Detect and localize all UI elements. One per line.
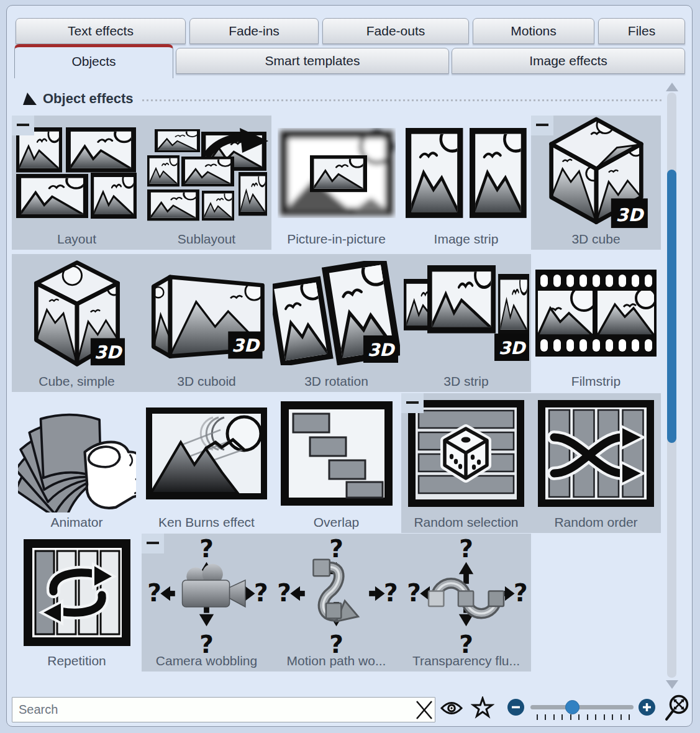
- effect-group-layout: Layout: [12, 116, 271, 250]
- random-order-icon: [531, 396, 661, 511]
- svg-text:3D: 3D: [368, 340, 395, 360]
- tile-label: 3D rotation: [271, 374, 401, 389]
- ken-burns-icon: [142, 396, 271, 511]
- cube-simple-icon: 3D: [12, 257, 142, 370]
- image-strip-icon: [401, 118, 531, 227]
- tab-fade-outs[interactable]: Fade-outs: [322, 18, 469, 44]
- tile-label: Picture-in-picture: [271, 232, 401, 247]
- animator-icon: [12, 396, 142, 511]
- effects-grid-row-1: Layout: [12, 116, 661, 250]
- collapse-group-button[interactable]: [401, 393, 424, 413]
- effect-tile-random-selection[interactable]: Random selection: [401, 393, 531, 533]
- tab-motions[interactable]: Motions: [473, 18, 594, 44]
- effect-tile-ken-burns[interactable]: Ken Burns effect: [142, 393, 271, 533]
- tile-label: Motion path wo...: [271, 653, 401, 668]
- picture-in-picture-icon: [271, 118, 401, 227]
- tile-label: Cube, simple: [12, 374, 142, 389]
- collapse-group-button[interactable]: [12, 116, 34, 135]
- effect-tile-sublayout[interactable]: Sublayout: [142, 116, 271, 250]
- tile-label: Random selection: [401, 515, 531, 530]
- section-title: Object effects: [43, 91, 134, 107]
- zoom-reset-magnifier-icon[interactable]: [664, 691, 694, 723]
- tab-objects[interactable]: Objects: [14, 44, 173, 78]
- repetition-icon: [12, 536, 142, 649]
- effect-tile-cube-simple[interactable]: 3D Cube, simple: [12, 254, 142, 392]
- effect-tile-animator[interactable]: Animator: [12, 393, 142, 533]
- thumbnail-zoom-slider-thumb[interactable]: [565, 700, 580, 714]
- tile-label: Filmstrip: [531, 374, 661, 389]
- collapse-triangle-icon[interactable]: [23, 92, 37, 106]
- search-input[interactable]: [12, 697, 435, 722]
- tile-label: Layout: [12, 232, 142, 247]
- effect-tile-3d-cuboid[interactable]: 3D 3D cuboid: [142, 254, 271, 392]
- section-dotted-rule: [142, 99, 662, 101]
- effect-tile-transparency-fluctuation[interactable]: Transparency flu...: [401, 534, 531, 672]
- collapse-group-button[interactable]: [531, 116, 553, 135]
- overlap-icon: [271, 396, 401, 511]
- svg-text:3D: 3D: [616, 204, 644, 225]
- tile-label: Image strip: [401, 232, 531, 247]
- effect-group-3d: 3D Cube, simple: [12, 254, 531, 392]
- tab-text-effects[interactable]: Text effects: [16, 18, 186, 44]
- tile-label: Ken Burns effect: [142, 515, 271, 530]
- tile-label: Repetition: [12, 653, 142, 668]
- scrollbar-up-arrow[interactable]: [666, 83, 678, 91]
- tab-files[interactable]: Files: [598, 18, 685, 44]
- tile-label: 3D cuboid: [142, 374, 271, 389]
- effect-tile-motion-path-wobbling[interactable]: Motion path wo...: [271, 534, 401, 672]
- motion-path-wobbling-icon: [271, 536, 401, 649]
- scrollbar-thumb[interactable]: [667, 170, 676, 443]
- collapse-group-button[interactable]: [142, 534, 164, 553]
- tile-label: Sublayout: [142, 232, 271, 247]
- tab-image-effects[interactable]: Image effects: [452, 48, 685, 74]
- effects-panel: Text effects Fade-ins Fade-outs Motions …: [6, 5, 693, 727]
- effect-tile-camera-wobbling[interactable]: Camera wobbling: [142, 534, 271, 672]
- thumbnail-zoom-slider-track[interactable]: [530, 705, 634, 709]
- tab-fade-ins[interactable]: Fade-ins: [189, 18, 319, 44]
- effects-grid-row-3: Animator: [12, 393, 661, 533]
- effect-tile-random-order[interactable]: Random order: [531, 393, 661, 533]
- effect-tile-picture-in-picture[interactable]: Picture-in-picture: [271, 116, 401, 250]
- tile-label: 3D cube: [531, 232, 661, 247]
- svg-text:3D: 3D: [94, 342, 123, 363]
- svg-text:3D: 3D: [499, 338, 526, 358]
- effect-group-3d-cube: 3D 3D cube: [531, 116, 661, 250]
- favorites-star-icon[interactable]: [471, 696, 494, 720]
- section-header: Object effects: [23, 89, 661, 108]
- cuboid-icon: 3D: [142, 257, 271, 370]
- sublayout-icon: [142, 118, 271, 227]
- transparency-fluctuation-icon: [401, 536, 531, 649]
- effect-tile-repetition[interactable]: Repetition: [12, 534, 142, 672]
- effect-group-random: Random selection: [401, 393, 661, 533]
- effect-tile-3d-cube[interactable]: 3D 3D cube: [531, 116, 661, 250]
- preview-eye-icon[interactable]: [440, 699, 463, 717]
- effect-group-wobbling: Camera wobbling Mot: [142, 534, 531, 672]
- svg-text:3D: 3D: [232, 334, 260, 355]
- effect-tile-3d-strip[interactable]: 3D 3D strip: [401, 254, 531, 392]
- effect-tile-filmstrip[interactable]: Filmstrip: [531, 254, 661, 392]
- tile-label: Animator: [12, 515, 142, 530]
- zoom-out-button[interactable]: [507, 699, 524, 716]
- tab-smart-templates[interactable]: Smart templates: [176, 48, 449, 74]
- rotation-3d-icon: 3D: [271, 257, 401, 370]
- slider-tick-marks: [537, 714, 630, 720]
- strip-3d-icon: 3D: [401, 257, 531, 370]
- effect-tile-overlap[interactable]: Overlap: [271, 393, 401, 533]
- effects-grid-row-2: 3D Cube, simple: [12, 254, 661, 392]
- effects-grid-row-4: Repetition Camera wobbling: [12, 534, 661, 672]
- filmstrip-icon: [531, 257, 661, 370]
- clear-search-icon[interactable]: [414, 699, 435, 721]
- scrollbar-down-arrow[interactable]: [666, 680, 678, 689]
- zoom-in-button[interactable]: [639, 699, 655, 716]
- tile-label: Transparency flu...: [401, 653, 531, 668]
- tile-label: Random order: [531, 515, 661, 530]
- effect-tile-layout[interactable]: Layout: [12, 116, 142, 250]
- tile-label: Overlap: [271, 515, 401, 530]
- effect-tile-image-strip[interactable]: Image strip: [401, 116, 531, 250]
- tile-label: Camera wobbling: [142, 653, 271, 668]
- effect-tile-3d-rotation[interactable]: 3D 3D rotation: [271, 254, 401, 392]
- tile-label: 3D strip: [401, 374, 531, 389]
- effects-browser-window: Text effects Fade-ins Fade-outs Motions …: [0, 0, 700, 733]
